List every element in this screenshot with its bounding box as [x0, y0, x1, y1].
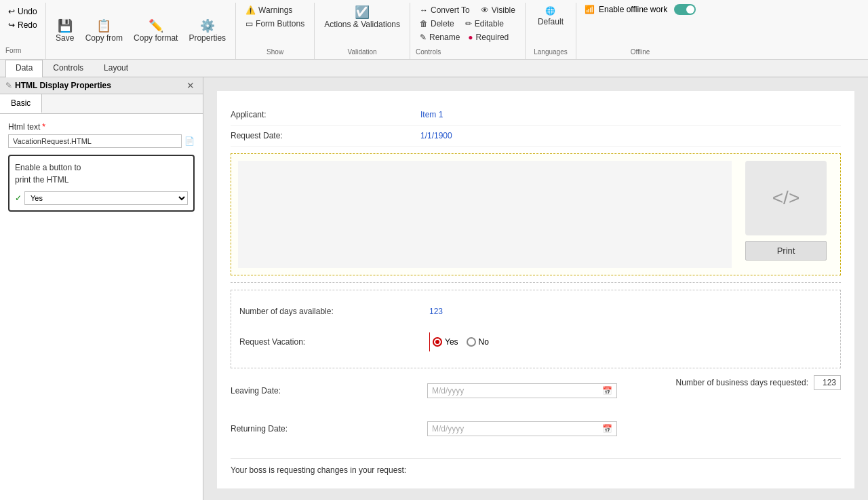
required-button[interactable]: ● Required: [464, 31, 513, 43]
right-content: Applicant: Item 1 Request Date: 1/1/1900…: [203, 77, 868, 500]
html-text-label: Html text *: [8, 122, 195, 132]
html-text-input[interactable]: [8, 134, 182, 148]
convert-to-icon: ↔: [420, 5, 428, 15]
save-button[interactable]: 💾 Save: [52, 18, 79, 45]
warnings-button[interactable]: ⚠️ Warnings: [241, 4, 309, 16]
days-available-value: 123: [429, 307, 443, 316]
copy-format-icon: ✏️: [149, 20, 163, 32]
boss-message-label: Your boss is requesting changes in your …: [231, 465, 841, 475]
offline-icon: 📶: [585, 5, 595, 14]
visible-icon: 👁: [481, 5, 489, 15]
request-date-label: Request Date:: [231, 131, 420, 140]
request-vacation-row: Request Vacation: Yes No: [239, 324, 832, 360]
dates-left: Leaving Date: M/d/yyyy 📅 Returning Date:…: [231, 375, 665, 444]
panel-tab-basic[interactable]: Basic: [0, 94, 42, 113]
section-divider: [231, 282, 841, 283]
form-area: Applicant: Item 1 Request Date: 1/1/1900…: [217, 91, 854, 488]
form-actions-row: 💾 Save 📋 Copy from ✏️ Copy format ⚙️ Pro…: [52, 4, 230, 58]
controls-group-label: Controls: [416, 48, 519, 58]
toolbar: ↩ Undo ↪ Redo Form 💾 Save 📋 Copy from ✏️…: [0, 0, 868, 60]
actions-validations-button[interactable]: ☑️ Actions & Validations: [320, 4, 404, 31]
panel-header-icon: ✎: [5, 81, 12, 90]
panel-tabs: Basic: [0, 94, 203, 114]
rename-button[interactable]: ✎ Rename: [416, 31, 464, 43]
radio-yes-item[interactable]: Yes: [433, 337, 458, 347]
copy-format-button[interactable]: ✏️ Copy format: [130, 18, 182, 45]
editable-button[interactable]: ✏ Editable: [461, 18, 508, 30]
form-buttons-button[interactable]: ▭ Form Buttons: [241, 18, 309, 30]
copy-from-button[interactable]: 📋 Copy from: [81, 18, 127, 45]
tab-bar: Data Controls Layout: [0, 60, 868, 77]
days-available-row: Number of days available: 123: [239, 299, 832, 324]
controls-bottom: 🗑 Delete ✏ Editable: [416, 18, 519, 30]
panel-body: Html text * 📄 Enable a button to print t…: [0, 114, 203, 500]
default-button[interactable]: 🌐 Default: [534, 4, 568, 28]
applicant-label: Applicant:: [231, 110, 420, 119]
leaving-date-row: Leaving Date: M/d/yyyy 📅: [231, 375, 665, 406]
days-section: Number of days available: 123 Request Va…: [231, 290, 841, 368]
boss-message-section: Your boss is requesting changes in your …: [231, 458, 841, 475]
radio-no-icon: [467, 337, 476, 347]
offline-toggle[interactable]: [674, 4, 696, 15]
offline-group-label: Offline: [631, 48, 650, 58]
show-group: ⚠️ Warnings ▭ Form Buttons Show: [236, 3, 315, 59]
undo-button[interactable]: ↩ Undo: [5, 5, 40, 18]
tab-data[interactable]: Data: [5, 60, 43, 77]
left-panel: ✎ HTML Display Properties ✕ Basic Html t…: [0, 77, 203, 500]
rename-icon: ✎: [420, 33, 427, 42]
redo-button[interactable]: ↪ Redo: [5, 19, 40, 31]
tab-controls[interactable]: Controls: [43, 60, 94, 77]
copy-from-icon: 📋: [96, 20, 111, 32]
redo-icon: ↪: [8, 20, 15, 30]
delete-icon: 🗑: [420, 19, 428, 28]
returning-date-row: Returning Date: M/d/yyyy 📅: [231, 413, 665, 444]
show-col: ⚠️ Warnings ▭ Form Buttons: [241, 4, 309, 30]
editable-icon: ✏: [465, 19, 472, 28]
html-content-area: [238, 161, 732, 268]
form-buttons-icon: ▭: [245, 19, 253, 28]
html-preview: </> Print: [738, 161, 833, 268]
business-days-section: Number of business days requested: 123: [676, 375, 841, 390]
languages-group-label: Languages: [534, 48, 568, 58]
save-icon: 💾: [58, 20, 73, 32]
tab-layout[interactable]: Layout: [94, 60, 138, 77]
dropdown-row: ✓ Yes No: [15, 191, 188, 205]
separator-line: [429, 332, 430, 351]
calendar-icon-returning: 📅: [602, 424, 612, 434]
visible-button[interactable]: 👁 Visible: [477, 4, 519, 16]
file-picker-icon[interactable]: 📄: [184, 136, 195, 146]
days-available-label: Number of days available:: [239, 307, 429, 316]
calendar-icon-leaving: 📅: [602, 386, 612, 396]
globe-icon: 🌐: [545, 6, 555, 16]
warnings-icon: ⚠️: [245, 5, 256, 15]
code-icon: </>: [772, 187, 800, 209]
validation-icon: ☑️: [355, 6, 370, 18]
validation-group: ☑️ Actions & Validations Validation: [315, 3, 410, 59]
returning-date-input[interactable]: M/d/yyyy 📅: [427, 421, 617, 436]
html-text-field-row: 📄: [8, 134, 195, 148]
applicant-row: Applicant: Item 1: [231, 104, 841, 126]
offline-group: 📶 Enable offline work Offline: [576, 3, 704, 59]
delete-button[interactable]: 🗑 Delete: [416, 18, 458, 30]
business-days-value: 123: [814, 375, 841, 390]
print-enable-dropdown[interactable]: Yes No: [24, 191, 188, 205]
radio-group: Yes No: [433, 337, 489, 347]
form-group-label: Form: [5, 47, 40, 56]
request-date-row: Request Date: 1/1/1900: [231, 126, 841, 147]
properties-button[interactable]: ⚙️ Properties: [184, 18, 230, 45]
tooltip-text: Enable a button to print the HTML: [15, 161, 188, 186]
properties-icon: ⚙️: [200, 20, 215, 32]
enable-print-tooltip: Enable a button to print the HTML ✓ Yes …: [8, 155, 195, 212]
validation-group-label: Validation: [347, 48, 376, 58]
leaving-date-input[interactable]: M/d/yyyy 📅: [427, 383, 617, 398]
panel-close-button[interactable]: ✕: [184, 80, 197, 91]
show-group-label: Show: [267, 48, 283, 58]
controls-top: ↔ Convert To 👁 Visible: [416, 4, 519, 16]
required-icon: ●: [468, 33, 473, 42]
radio-yes-icon: [433, 337, 442, 347]
leaving-date-label: Leaving Date:: [231, 386, 420, 396]
html-widget: </> Print: [231, 153, 841, 275]
convert-to-button[interactable]: ↔ Convert To: [416, 4, 474, 16]
print-button[interactable]: Print: [745, 241, 827, 261]
radio-no-item[interactable]: No: [467, 337, 489, 347]
